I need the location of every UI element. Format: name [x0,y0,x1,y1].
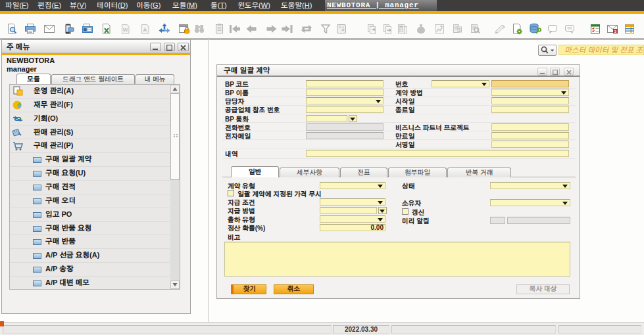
svg-text:A: A [143,27,147,33]
svg-text:W: W [123,27,128,33]
svg-text:$: $ [458,28,461,32]
